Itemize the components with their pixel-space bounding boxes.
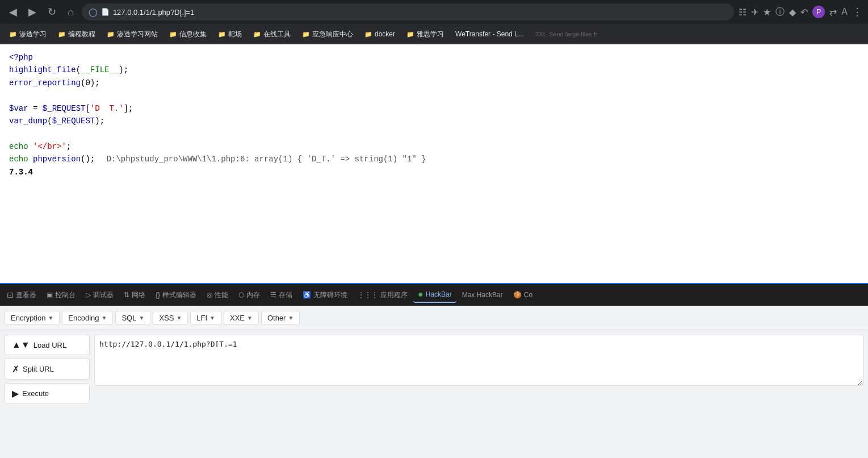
xxe-arrow: ▼ xyxy=(247,315,253,321)
style-icon: {} xyxy=(156,291,160,299)
bookmark-label-5: 在线工具 xyxy=(263,30,291,39)
encoding-menu[interactable]: Encoding ▼ xyxy=(62,311,113,325)
lfi-menu[interactable]: LFI ▼ xyxy=(190,311,221,325)
devtool-network[interactable]: ⇅ 网络 xyxy=(119,288,150,302)
code-line-3: error_reporting(0); xyxy=(9,77,859,89)
account-icon[interactable]: ✈ xyxy=(751,7,758,18)
code-error-reporting: error_reporting xyxy=(9,78,81,88)
bookmark-label-4: 靶场 xyxy=(228,30,242,39)
devtools-bar: ⊡ 查看器 ▣ 控制台 ▷ 调试器 ⇅ 网络 {} 样式编辑器 ◎ 性能 ⬡ 内… xyxy=(0,283,868,306)
lfi-arrow: ▼ xyxy=(209,315,215,321)
folder-icon-3: 📁 xyxy=(169,31,177,38)
code-var-dump: var_dump xyxy=(9,116,47,126)
devtool-maxhackbar[interactable]: Max HackBar xyxy=(458,289,508,301)
folder-icon-4: 📁 xyxy=(218,31,226,38)
code-echo2: echo xyxy=(9,155,28,164)
hackbar-dot-icon: ● xyxy=(418,289,423,299)
execute-button[interactable]: ▶ Execute xyxy=(5,383,90,404)
reload-button[interactable]: ↻ xyxy=(44,3,60,20)
forward-button[interactable]: ▶ xyxy=(25,3,40,20)
devtool-inspector[interactable]: ⊡ 查看器 xyxy=(2,288,41,302)
devtool-performance[interactable]: ◎ 性能 xyxy=(202,288,233,302)
storage-label: 存储 xyxy=(279,290,292,300)
url-input[interactable] xyxy=(94,335,863,386)
bookmark-6[interactable]: 📁 应急响应中心 xyxy=(297,27,358,41)
bookmark-1[interactable]: 📁 编程教程 xyxy=(53,27,100,41)
xxe-menu[interactable]: XXE ▼ xyxy=(224,311,259,325)
load-url-label: Load URL xyxy=(33,341,67,349)
bookmark-8[interactable]: 📁 雅思学习 xyxy=(402,27,448,41)
execute-icon: ▶ xyxy=(12,388,19,399)
devtool-debugger[interactable]: ▷ 调试器 xyxy=(81,288,118,302)
translate-icon[interactable]: A xyxy=(841,7,848,17)
devtool-cookies[interactable]: 🍪 Co xyxy=(509,289,537,301)
extensions-icon[interactable]: ☷ xyxy=(739,7,747,18)
bookmark-4[interactable]: 📁 靶场 xyxy=(213,27,246,41)
url-display[interactable]: 127.0.0.1/1/1.php?D[.]=1 xyxy=(113,8,194,16)
encoding-arrow: ▼ xyxy=(102,315,107,321)
bookmark-9[interactable]: WeTransfer - Send L... xyxy=(451,28,529,40)
home-button[interactable]: ⌂ xyxy=(64,4,77,20)
code-line-echo2: echo phpversion(); D:\phpstudy_pro\WWW\1… xyxy=(9,153,859,165)
load-url-button[interactable]: ▲▼ Load URL xyxy=(5,335,90,355)
network-label: 网络 xyxy=(132,290,145,300)
profile-icon[interactable]: P xyxy=(812,6,825,18)
code-line-1: <?php xyxy=(9,51,859,64)
bookmark-2[interactable]: 📁 渗透学习网站 xyxy=(102,27,162,41)
encryption-menu[interactable]: Encryption ▼ xyxy=(5,311,60,325)
other-arrow: ▼ xyxy=(288,315,293,321)
folder-icon-8: 📁 xyxy=(406,31,414,38)
devtool-accessibility[interactable]: ♿ 无障碍环境 xyxy=(298,288,352,302)
back-button[interactable]: ◀ xyxy=(6,3,20,20)
perf-label: 性能 xyxy=(215,290,228,300)
browser-action-buttons: ☷ ✈ ★ ⓘ ◆ ↶ P ⇄ A ⋮ xyxy=(739,6,862,18)
bookmark-0[interactable]: 📁 渗透学习 xyxy=(5,27,51,41)
bookmark-7[interactable]: 📁 docker xyxy=(360,28,400,40)
bookmark-label-9: WeTransfer - Send L... xyxy=(455,30,524,38)
encoding-label: Encoding xyxy=(68,314,99,322)
other-menu[interactable]: Other ▼ xyxy=(261,311,300,325)
code-var: $var xyxy=(9,104,28,113)
split-url-button[interactable]: ✗ Split URL xyxy=(5,359,90,380)
devtool-style-editor[interactable]: {} 样式编辑器 xyxy=(151,288,201,302)
devtool-memory[interactable]: ⬡ 内存 xyxy=(234,288,265,302)
console-label: 控制台 xyxy=(55,290,76,300)
hackbar-url-area xyxy=(94,335,863,454)
a11y-icon: ♿ xyxy=(303,291,311,299)
menu-icon[interactable]: ⋮ xyxy=(852,6,862,18)
devtool-storage[interactable]: ☰ 存储 xyxy=(266,288,297,302)
hackbar-panel: Encryption ▼ Encoding ▼ SQL ▼ XSS ▼ LFI … xyxy=(0,306,868,458)
bookmark-5[interactable]: 📁 在线工具 xyxy=(249,27,295,41)
code-line-2: highlight_file(__FILE__); xyxy=(9,64,859,76)
hackbar-action-buttons: ▲▼ Load URL ✗ Split URL ▶ Execute xyxy=(5,335,90,454)
bookmarks-bar: 📁 渗透学习 📁 编程教程 📁 渗透学习网站 📁 信息收集 📁 靶场 📁 在线工… xyxy=(0,24,868,44)
devtool-console[interactable]: ▣ 控制台 xyxy=(42,288,80,302)
xss-menu[interactable]: XSS ▼ xyxy=(153,311,188,325)
folder-icon-0: 📁 xyxy=(9,31,17,38)
app-icon: ⋮⋮⋮ xyxy=(358,291,378,299)
memory-label: 内存 xyxy=(246,290,260,300)
bookmark-label-1: 编程教程 xyxy=(68,30,95,39)
sql-menu[interactable]: SQL ▼ xyxy=(115,311,150,325)
folder-icon-1: 📁 xyxy=(58,31,66,38)
style-label: 样式编辑器 xyxy=(162,290,196,300)
extension2-icon[interactable]: ◆ xyxy=(789,7,796,18)
undo-icon[interactable]: ↶ xyxy=(800,7,808,18)
lfi-label: LFI xyxy=(196,314,207,322)
bookmark-icon[interactable]: ★ xyxy=(763,7,771,18)
devtool-application[interactable]: ⋮⋮⋮ 应用程序 xyxy=(353,288,412,302)
bookmark-3[interactable]: 📁 信息收集 xyxy=(165,27,211,41)
bookmark-label-0: 渗透学习 xyxy=(19,30,47,39)
code-line-blank1 xyxy=(9,89,859,102)
sync-icon[interactable]: ⇄ xyxy=(829,7,837,18)
xxe-label: XXE xyxy=(230,314,245,322)
storage-icon: ☰ xyxy=(270,291,276,299)
bookmark-10[interactable]: TXL Send large files fr xyxy=(531,28,602,40)
address-bar[interactable]: ◯ 📄 127.0.0.1/1/1.php?D[.]=1 xyxy=(82,3,734,20)
devtool-hackbar[interactable]: ● HackBar xyxy=(413,287,456,303)
bookmark-label-8: 雅思学习 xyxy=(417,30,444,39)
code-highlight-file: highlight_file xyxy=(9,65,76,74)
code-line-blank2 xyxy=(9,127,859,140)
help-icon[interactable]: ⓘ xyxy=(775,6,785,18)
console-icon: ▣ xyxy=(47,291,53,299)
